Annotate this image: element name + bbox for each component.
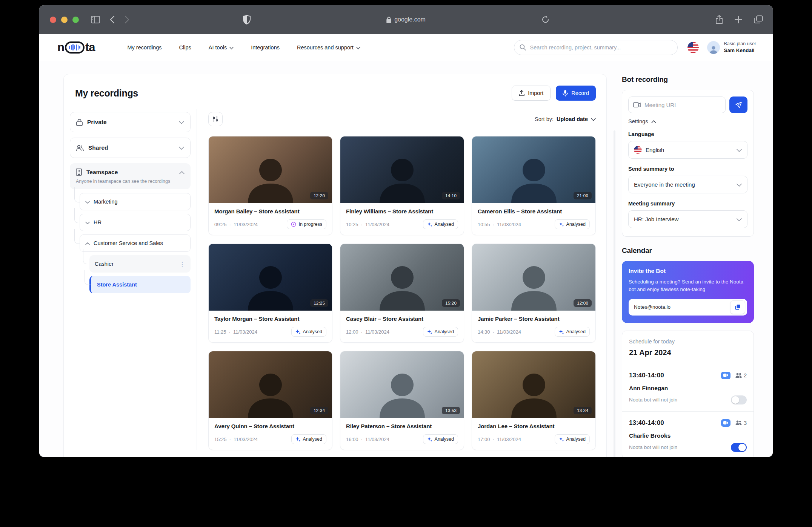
record-label: Record (571, 90, 589, 96)
recording-time-date: 14:30·11/03/2024 (478, 329, 521, 335)
record-button[interactable]: Record (556, 86, 596, 101)
nav-item[interactable]: Resources and support (297, 44, 360, 51)
person-photo-placeholder (374, 154, 431, 203)
calendar-event: 13:40-14:00 3 Charlie Brooks Noota bot w… (622, 411, 754, 457)
search-box (514, 40, 678, 55)
recording-card[interactable]: 12:34 Avery Quinn – Store Assistant 15:2… (208, 351, 332, 450)
send-summary-label: Send summary to (628, 166, 747, 172)
copy-email-button[interactable] (730, 300, 745, 314)
schedule-events: 13:40-14:00 2 Ann Finnegan Noota bot wil… (622, 364, 754, 457)
folder-label: Store Assistant (97, 282, 137, 288)
recording-card[interactable]: 12:25 Taylor Morgan – Store Assistant 11… (208, 244, 332, 343)
folder-tree-item[interactable]: HR (80, 214, 191, 231)
us-flag-icon (634, 146, 642, 154)
import-button[interactable]: Import (512, 86, 551, 101)
recording-thumbnail: 12:00 (472, 244, 595, 311)
nav-item[interactable]: AI tools (209, 44, 234, 51)
nav-item[interactable]: Clips (179, 44, 191, 51)
copy-icon (735, 304, 741, 310)
recording-date: 11/03/2024 (365, 222, 389, 227)
sort-control[interactable]: Sort by: Upload date (535, 116, 596, 122)
search-input[interactable] (514, 40, 678, 55)
recording-card[interactable]: 13:34 Jordan Lee – Store Assistant 17:00… (472, 351, 596, 450)
duration-badge: 21:00 (574, 192, 592, 199)
address-bar[interactable]: google.com (386, 5, 426, 34)
sparkle-icon (427, 222, 432, 227)
sidebar-toggle-icon[interactable] (91, 16, 100, 23)
sidebar-item-teamspace[interactable]: Teamspace Anyone in teamspace can see th… (70, 163, 191, 189)
sidebar-item-shared[interactable]: Shared (70, 138, 191, 158)
folders-sidebar: Private Shared Teamspace (64, 109, 197, 297)
nav-item[interactable]: Integrations (251, 44, 280, 51)
language-select[interactable]: English (628, 141, 747, 159)
folder-tree-subitem[interactable]: Cashier ⋮ (89, 255, 191, 273)
status-label: Analysed (435, 329, 454, 334)
page-content: My recordings Import Record (39, 61, 773, 457)
folder-label: Marketing (94, 199, 118, 205)
recording-date: 11/03/2024 (365, 437, 389, 442)
recording-time: 12:00 (346, 329, 358, 335)
tab-overview-icon[interactable] (754, 15, 763, 24)
zoom-button[interactable] (72, 17, 79, 23)
video-camera-icon (633, 102, 641, 107)
sidebar-item-private[interactable]: Private (70, 112, 191, 132)
more-options-icon[interactable]: ⋮ (179, 260, 185, 268)
send-bot-button[interactable] (729, 97, 747, 113)
chevron-down-icon (737, 216, 742, 222)
privacy-shield-icon[interactable] (243, 15, 251, 25)
language-value: English (646, 147, 664, 153)
nav-item-label: My recordings (128, 44, 162, 51)
meeting-summary-select[interactable]: HR: Job Interview (628, 210, 747, 228)
user-name: Sam Kendall (724, 47, 756, 54)
settings-toggle[interactable]: Settings (628, 118, 747, 124)
folder-tree: Marketing HR Customer Service and Sales … (80, 193, 191, 293)
bot-email-field[interactable]: Notes@noota.io (629, 299, 747, 316)
minimize-button[interactable] (61, 17, 68, 23)
page-title: My recordings (75, 88, 138, 99)
recording-card[interactable]: 12:20 Morgan Bailey – Store Assistant 09… (208, 136, 332, 235)
recording-card[interactable]: 21:00 Cameron Ellis – Store Assistant 10… (472, 136, 596, 235)
user-menu[interactable]: Basic plan user Sam Kendall (707, 41, 756, 54)
folder-tree-item[interactable]: Customer Service and Sales (80, 234, 191, 252)
logo-text-right: ta (85, 41, 95, 54)
noota-logo[interactable]: n ta (57, 41, 95, 54)
language-flag-icon[interactable] (687, 42, 699, 53)
filter-button[interactable] (208, 112, 223, 126)
close-button[interactable] (50, 17, 56, 23)
folder-subtree: Cashier ⋮ Store Assistant (89, 255, 191, 293)
sparkle-icon (295, 437, 301, 442)
logo-text-left: n (57, 41, 64, 54)
recording-time-date: 15:25·11/03/2024 (214, 437, 258, 442)
scrollbar[interactable] (614, 130, 615, 457)
recording-date: 11/03/2024 (365, 329, 389, 335)
forward-button-icon[interactable] (125, 15, 129, 24)
share-icon[interactable] (715, 15, 723, 24)
status-badge: Analysed (423, 434, 458, 444)
bot-join-note: Noota bot will not join (629, 397, 677, 403)
recording-title: Jordan Lee – Store Assistant (478, 423, 590, 429)
recording-card[interactable]: 13:53 Riley Paterson – Store Assistant 1… (340, 351, 464, 450)
duration-badge: 12:25 (310, 299, 328, 307)
duration-badge: 14:10 (442, 192, 460, 199)
bot-join-toggle[interactable] (731, 443, 747, 452)
new-tab-icon[interactable] (734, 15, 743, 24)
status-label: Analysed (566, 329, 586, 334)
bot-join-toggle[interactable] (731, 395, 747, 404)
recording-card[interactable]: 14:10 Finley Williams – Store Assistant … (340, 136, 464, 235)
back-button-icon[interactable] (110, 15, 115, 24)
folder-tree-item[interactable]: Marketing (80, 193, 191, 210)
nav-item[interactable]: My recordings (128, 44, 162, 51)
meeting-url-input[interactable]: Meeting URL (628, 97, 726, 113)
recording-card[interactable]: 15:20 Casey Blair – Store Assistant 12:0… (340, 244, 464, 343)
status-label: Analysed (303, 329, 322, 334)
recording-title: Casey Blair – Store Assistant (346, 316, 458, 322)
recording-date: 11/03/2024 (233, 329, 257, 335)
reload-icon[interactable] (542, 15, 549, 24)
status-label: Analysed (303, 437, 322, 442)
send-summary-select[interactable]: Everyone in the meeting (628, 176, 747, 193)
bot-recording-heading: Bot recording (622, 75, 754, 84)
import-label: Import (528, 90, 543, 96)
video-meeting-icon (721, 419, 730, 427)
recording-card[interactable]: 12:00 Jamie Parker – Store Assistant 14:… (472, 244, 596, 343)
folder-tree-subitem[interactable]: Store Assistant (89, 276, 191, 293)
